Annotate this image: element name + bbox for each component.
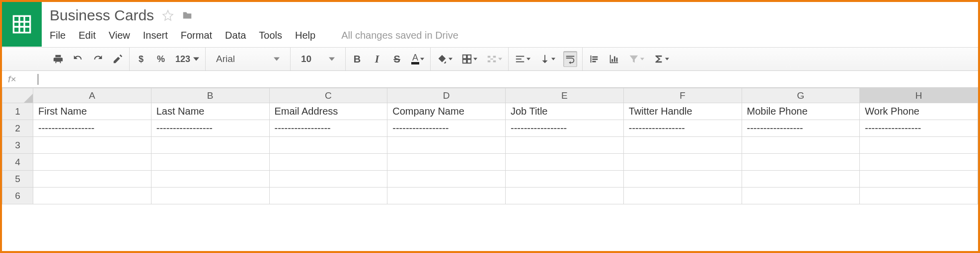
cell-F3[interactable] <box>623 137 742 154</box>
menu-insert[interactable]: Insert <box>143 30 168 41</box>
cell-G6[interactable] <box>742 188 860 204</box>
format-percent-button[interactable]: % <box>154 51 167 67</box>
cell-F4[interactable] <box>623 154 742 171</box>
font-family-select[interactable]: Arial <box>211 51 285 67</box>
menu-edit[interactable]: Edit <box>78 30 95 41</box>
cell-B1[interactable]: Last Name <box>151 103 269 120</box>
menu-tools[interactable]: Tools <box>259 30 282 41</box>
cell-B6[interactable] <box>151 188 269 204</box>
column-header-f[interactable]: F <box>623 88 742 103</box>
cell-D6[interactable] <box>387 188 506 204</box>
cell-D5[interactable] <box>387 171 506 188</box>
row-header-2[interactable]: 2 <box>2 120 33 137</box>
cell-C1[interactable]: Email Address <box>269 103 387 120</box>
fx-label: f× <box>8 74 32 85</box>
borders-button[interactable] <box>460 51 478 67</box>
move-to-folder-button[interactable] <box>181 10 194 21</box>
cell-D4[interactable] <box>387 154 506 171</box>
cell-E5[interactable] <box>506 171 624 188</box>
horizontal-align-button[interactable] <box>514 51 531 67</box>
fill-color-button[interactable] <box>436 51 453 67</box>
cell-C3[interactable] <box>269 137 387 154</box>
cell-A5[interactable] <box>33 171 151 188</box>
strikethrough-button[interactable]: S <box>390 51 403 67</box>
cell-D2[interactable]: ----------------- <box>387 120 506 137</box>
row-header-1[interactable]: 1 <box>2 103 33 120</box>
undo-button[interactable] <box>72 51 84 67</box>
text-color-button[interactable]: A <box>410 51 425 67</box>
cell-B4[interactable] <box>151 154 269 171</box>
cell-B2[interactable]: ----------------- <box>151 120 269 137</box>
italic-button[interactable]: I <box>371 51 383 67</box>
column-header-d[interactable]: D <box>387 88 506 103</box>
cell-D3[interactable] <box>387 137 506 154</box>
filter-button[interactable] <box>627 51 645 67</box>
paint-format-button[interactable] <box>111 51 124 67</box>
cell-F1[interactable]: Twitter Handle <box>623 103 742 120</box>
cell-E1[interactable]: Job Title <box>506 103 624 120</box>
cell-B5[interactable] <box>151 171 269 188</box>
format-currency-button[interactable]: $ <box>135 51 148 67</box>
print-button[interactable] <box>52 51 65 67</box>
cell-A4[interactable] <box>33 154 151 171</box>
cell-H5[interactable] <box>860 171 978 188</box>
menu-data[interactable]: Data <box>225 30 246 41</box>
cell-E3[interactable] <box>506 137 624 154</box>
row-header-4[interactable]: 4 <box>2 154 33 171</box>
cell-F2[interactable]: ----------------- <box>623 120 742 137</box>
bold-button[interactable]: B <box>351 51 364 67</box>
more-formats-button[interactable]: 123 <box>174 51 200 67</box>
menu-format[interactable]: Format <box>181 30 212 41</box>
cell-G5[interactable] <box>742 171 860 188</box>
cell-H4[interactable] <box>860 154 978 171</box>
menu-help[interactable]: Help <box>295 30 315 41</box>
column-header-c[interactable]: C <box>269 88 387 103</box>
row-header-6[interactable]: 6 <box>2 188 33 204</box>
row-header-3[interactable]: 3 <box>2 137 33 154</box>
insert-tab-button[interactable] <box>588 51 601 67</box>
insert-chart-button[interactable] <box>607 51 620 67</box>
cell-C4[interactable] <box>269 154 387 171</box>
redo-button[interactable] <box>91 51 104 67</box>
cell-C2[interactable]: ----------------- <box>269 120 387 137</box>
column-header-g[interactable]: G <box>742 88 860 103</box>
row-header-5[interactable]: 5 <box>2 171 33 188</box>
functions-button[interactable] <box>652 51 670 67</box>
column-header-b[interactable]: B <box>151 88 269 103</box>
cell-G1[interactable]: Mobile Phone <box>742 103 860 120</box>
cell-C5[interactable] <box>269 171 387 188</box>
select-all-corner[interactable] <box>2 88 33 103</box>
cell-A2[interactable]: ----------------- <box>33 120 151 137</box>
cell-A6[interactable] <box>33 188 151 204</box>
cell-F5[interactable] <box>623 171 742 188</box>
menu-file[interactable]: File <box>50 30 66 41</box>
menu-view[interactable]: View <box>109 30 130 41</box>
sheets-logo[interactable] <box>2 2 42 47</box>
text-wrap-button[interactable] <box>563 51 577 67</box>
cell-E2[interactable]: ----------------- <box>506 120 624 137</box>
column-header-a[interactable]: A <box>33 88 151 103</box>
cell-G4[interactable] <box>742 154 860 171</box>
cell-E6[interactable] <box>506 188 624 204</box>
cell-H1[interactable]: Work Phone <box>860 103 978 120</box>
formula-bar[interactable]: f× <box>2 71 978 88</box>
cell-H6[interactable] <box>860 188 978 204</box>
column-header-h[interactable]: H <box>860 88 978 103</box>
cell-H3[interactable] <box>860 137 978 154</box>
vertical-align-button[interactable] <box>538 51 556 67</box>
cell-H2[interactable]: ----------------- <box>860 120 978 137</box>
cell-E4[interactable] <box>506 154 624 171</box>
column-header-e[interactable]: E <box>506 88 624 103</box>
font-size-select[interactable]: 10 <box>296 51 340 67</box>
cell-C6[interactable] <box>269 188 387 204</box>
cell-G2[interactable]: ----------------- <box>742 120 860 137</box>
document-title[interactable]: Business Cards <box>49 6 155 25</box>
cell-A1[interactable]: First Name <box>33 103 151 120</box>
star-button[interactable] <box>162 9 174 21</box>
cell-B3[interactable] <box>151 137 269 154</box>
cell-D1[interactable]: Company Name <box>387 103 506 120</box>
cell-F6[interactable] <box>623 188 742 204</box>
cell-A3[interactable] <box>33 137 151 154</box>
merge-cells-button[interactable] <box>485 51 503 67</box>
cell-G3[interactable] <box>742 137 860 154</box>
